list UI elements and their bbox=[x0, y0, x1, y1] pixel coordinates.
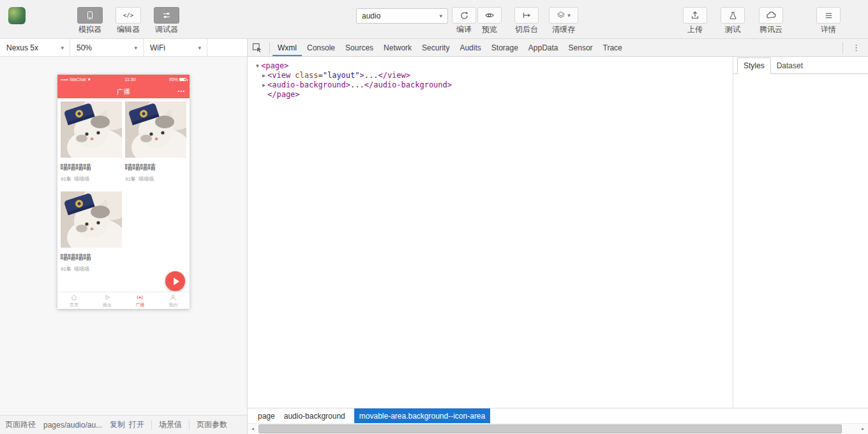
code-icon[interactable]: </> bbox=[116, 7, 141, 24]
details-button[interactable]: 详情 bbox=[816, 7, 841, 34]
album-title: 喵喵喵喵 bbox=[125, 162, 186, 173]
cloud-icon[interactable] bbox=[759, 7, 783, 24]
scroll-right-arrow-icon[interactable]: ▸ bbox=[858, 424, 868, 434]
carrier-text: ••••• WeChat ▼ bbox=[61, 77, 91, 82]
scene-value-label[interactable]: 场景值 bbox=[159, 419, 182, 430]
devtools-tab-console[interactable]: Console bbox=[302, 40, 340, 56]
open-path-link[interactable]: 打开 bbox=[129, 419, 144, 430]
debugger-mode-button[interactable]: 调试器 bbox=[154, 7, 179, 34]
phone-icon[interactable] bbox=[77, 7, 103, 24]
syntax-token: <view bbox=[267, 71, 290, 80]
breadcrumb-item[interactable]: audio-background bbox=[284, 412, 345, 421]
page-params-label[interactable]: 页面参数 bbox=[197, 419, 227, 430]
zoom-select-value: 50% bbox=[77, 43, 92, 52]
devtools-tab-sources[interactable]: Sources bbox=[340, 40, 378, 56]
audio-album-card[interactable]: 喵喵喵喵 91集 喵喵喵 bbox=[61, 191, 122, 273]
inspect-element-button[interactable] bbox=[248, 39, 267, 56]
top-toolbar: 模拟器 </> 编辑器 调试器 audio ▾ 编译 预览 bbox=[0, 0, 868, 39]
play-outline-icon bbox=[103, 294, 111, 301]
editor-mode-label: 编辑器 bbox=[117, 26, 140, 34]
phone-tab-label: 首页 bbox=[70, 302, 79, 308]
compile-button[interactable]: 编译 bbox=[452, 7, 476, 34]
simulator-mode-button[interactable]: 模拟器 bbox=[77, 7, 103, 34]
tencent-cloud-button[interactable]: 腾讯云 bbox=[759, 7, 783, 34]
phone-tab-bar: 首页 播放 广播 我的 bbox=[57, 292, 190, 309]
syntax-token: </audio-background> bbox=[364, 80, 452, 89]
wxml-tree-line[interactable]: ▼<page> bbox=[248, 61, 733, 71]
wxml-tree-line[interactable]: </page> bbox=[248, 90, 733, 100]
devtools-tab-sensor[interactable]: Sensor bbox=[564, 40, 598, 56]
upload-button[interactable]: 上传 bbox=[683, 7, 707, 34]
devtools-tab-appdata[interactable]: AppData bbox=[523, 40, 564, 56]
more-dots-icon[interactable]: ••• bbox=[178, 84, 185, 98]
audio-album-card[interactable]: 喵喵喵喵 91集 喵喵喵 bbox=[125, 101, 186, 183]
chevron-down-icon: ▾ bbox=[134, 45, 137, 51]
clear-cache-button[interactable]: ▾ 清缓存 bbox=[549, 7, 578, 34]
phone-tab-broadcast[interactable]: 广播 bbox=[124, 292, 157, 309]
element-breadcrumb: pageaudio-backgroundmovable-area.backgro… bbox=[248, 408, 868, 423]
zoom-select[interactable]: 50% ▾ bbox=[70, 39, 144, 56]
play-fab-button[interactable] bbox=[165, 271, 185, 291]
wxml-tree: ▼<page>▶<view class="layout">...</view>▶… bbox=[248, 57, 733, 408]
test-button[interactable]: 测试 bbox=[721, 7, 745, 34]
user-avatar[interactable] bbox=[8, 7, 26, 24]
expand-arrow-closed-icon[interactable]: ▶ bbox=[260, 80, 267, 90]
breadcrumb-item[interactable]: movable-area.background--icon-area bbox=[354, 408, 490, 424]
phone-status-bar: ••••• WeChat ▼ 11:30 95% bbox=[57, 75, 190, 84]
flask-icon[interactable] bbox=[721, 7, 745, 24]
syntax-token: </page> bbox=[267, 90, 300, 99]
device-select[interactable]: Nexus 5x ▾ bbox=[0, 39, 70, 56]
simulator-mode-label: 模拟器 bbox=[79, 26, 101, 34]
album-meta: 91集 喵喵喵 bbox=[125, 176, 186, 183]
wxml-tree-line[interactable]: ▶<view class="layout">...</view> bbox=[248, 71, 733, 80]
expand-arrow-closed-icon[interactable]: ▶ bbox=[260, 71, 267, 80]
refresh-icon[interactable] bbox=[452, 7, 476, 24]
maps-to-arrow-icon[interactable] bbox=[514, 7, 539, 24]
copy-path-link[interactable]: 复制 bbox=[110, 419, 125, 430]
devtools-tab-network[interactable]: Network bbox=[378, 40, 417, 56]
devtools-tab-security[interactable]: Security bbox=[417, 40, 454, 56]
chevron-down-icon: ▾ bbox=[61, 45, 64, 51]
tab-dataset[interactable]: Dataset bbox=[771, 58, 809, 73]
eye-icon[interactable] bbox=[477, 7, 502, 24]
menu-lines-icon[interactable] bbox=[816, 7, 841, 24]
phone-tab-home[interactable]: 首页 bbox=[57, 292, 91, 309]
inspector-tab-bar: Styles Dataset bbox=[733, 57, 868, 74]
layers-icon[interactable]: ▾ bbox=[549, 7, 578, 24]
switch-background-button[interactable]: 切后台 bbox=[514, 7, 539, 34]
breadcrumb-item[interactable]: page bbox=[258, 412, 275, 421]
debugger-content: ▼<page>▶<view class="layout">...</view>▶… bbox=[248, 57, 868, 408]
network-select[interactable]: WiFi ▾ bbox=[144, 39, 207, 56]
devtools-tab-wxml[interactable]: Wxml bbox=[273, 40, 302, 56]
device-select-value: Nexus 5x bbox=[6, 43, 38, 52]
preview-button[interactable]: 预览 bbox=[477, 7, 502, 34]
audio-album-card[interactable]: 喵喵喵喵 91集 喵喵喵 bbox=[61, 101, 122, 183]
kebab-menu-icon[interactable]: ⋮ bbox=[846, 43, 868, 52]
network-select-value: WiFi bbox=[150, 43, 165, 52]
scrollbar-thumb[interactable] bbox=[258, 424, 842, 433]
cat-photo[interactable] bbox=[61, 191, 122, 248]
cat-photo[interactable] bbox=[61, 101, 122, 158]
wxml-tree-line[interactable]: ▶<audio-background>...</audio-background… bbox=[248, 80, 733, 90]
devtools-tab-trace[interactable]: Trace bbox=[598, 40, 627, 56]
scroll-left-arrow-icon[interactable]: ◂ bbox=[248, 424, 258, 434]
syntax-token: class bbox=[290, 71, 318, 80]
album-meta: 91集 喵喵喵 bbox=[61, 176, 122, 183]
page-title: 广播 bbox=[117, 87, 130, 95]
expand-arrow-open-icon[interactable]: ▼ bbox=[254, 61, 261, 71]
divider bbox=[269, 42, 270, 54]
devtools-tab-audits[interactable]: Audits bbox=[454, 40, 486, 56]
editor-mode-button[interactable]: </> 编辑器 bbox=[116, 7, 141, 34]
cat-photo[interactable] bbox=[125, 101, 186, 158]
upload-icon[interactable] bbox=[683, 7, 707, 24]
tab-styles[interactable]: Styles bbox=[737, 57, 771, 74]
devtools-tab-storage[interactable]: Storage bbox=[486, 40, 523, 56]
phone-tab-play[interactable]: 播放 bbox=[91, 292, 124, 309]
horizontal-scrollbar[interactable]: ◂ ▸ bbox=[248, 423, 868, 434]
debugger-tab-bar: WxmlConsoleSourcesNetworkSecurityAuditsS… bbox=[248, 39, 868, 57]
simulator-controls: Nexus 5x ▾ 50% ▾ WiFi ▾ bbox=[0, 39, 247, 57]
status-time: 11:30 bbox=[125, 77, 136, 82]
phone-tab-profile[interactable]: 我的 bbox=[156, 292, 190, 309]
sliders-icon[interactable] bbox=[154, 7, 179, 24]
compile-scene-select[interactable]: audio ▾ bbox=[356, 8, 448, 24]
